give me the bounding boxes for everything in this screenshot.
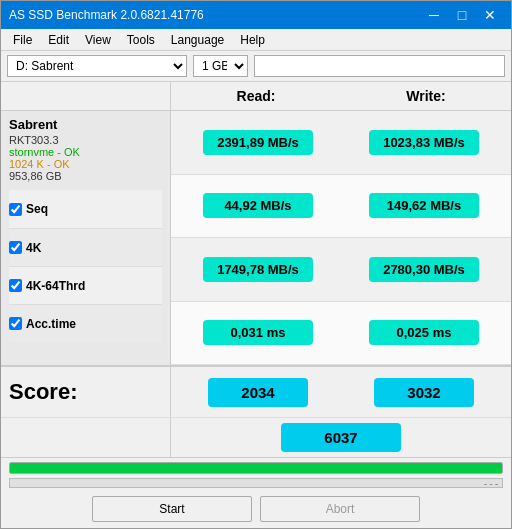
acctime-write: 0,025 ms	[369, 320, 479, 345]
menu-help[interactable]: Help	[232, 31, 273, 49]
left-spacer	[1, 82, 171, 110]
result-row-4k64thrd: 1749,78 MB/s 2780,30 MB/s	[171, 238, 511, 302]
total-score-container: 6037	[171, 418, 511, 457]
read-header: Read:	[171, 82, 341, 110]
window-title: AS SSD Benchmark 2.0.6821.41776	[9, 8, 421, 22]
test-4k64thrd-checkbox[interactable]	[9, 279, 22, 292]
test-4k-checkbox[interactable]	[9, 241, 22, 254]
menu-view[interactable]: View	[77, 31, 119, 49]
size-select[interactable]: 256 MB 1 GB 2 GB 4 GB	[193, 55, 248, 77]
drive-name: Sabrent	[9, 117, 162, 132]
test-seq-checkbox[interactable]	[9, 203, 22, 216]
menu-tools[interactable]: Tools	[119, 31, 163, 49]
drive-select[interactable]: D: Sabrent	[7, 55, 187, 77]
menu-bar: File Edit View Tools Language Help	[1, 29, 511, 51]
write-header: Write:	[341, 82, 511, 110]
menu-file[interactable]: File	[5, 31, 40, 49]
left-panel: Sabrent RKT303.3 stornvme - OK 1024 K - …	[1, 111, 171, 365]
menu-edit[interactable]: Edit	[40, 31, 77, 49]
score-write: 3032	[374, 378, 474, 407]
score-section: Score: 2034 3032	[1, 365, 511, 417]
secondary-progress-track: - - -	[9, 478, 503, 488]
bottom-section: - - - Start Abort	[1, 457, 511, 528]
score-total: 6037	[281, 423, 401, 452]
4k-read: 44,92 MB/s	[203, 193, 313, 218]
test-seq-label[interactable]: Seq	[9, 202, 48, 216]
seq-write: 1023,83 MB/s	[369, 130, 479, 155]
4k64thrd-write: 2780,30 MB/s	[369, 257, 479, 282]
main-progress-bar	[9, 462, 503, 474]
extra-input[interactable]	[254, 55, 505, 77]
main-progress-fill	[10, 463, 502, 473]
results-panel: 2391,89 MB/s 1023,83 MB/s 44,92 MB/s 149…	[171, 111, 511, 365]
close-button[interactable]: ✕	[477, 5, 503, 25]
secondary-progress-area: - - -	[1, 476, 511, 490]
result-row-4k: 44,92 MB/s 149,62 MB/s	[171, 175, 511, 239]
test-acctime-checkbox[interactable]	[9, 317, 22, 330]
title-bar: AS SSD Benchmark 2.0.6821.41776 ─ □ ✕	[1, 1, 511, 29]
drive-model: RKT303.3	[9, 134, 162, 146]
minimize-button[interactable]: ─	[421, 5, 447, 25]
result-row-acctime: 0,031 ms 0,025 ms	[171, 302, 511, 366]
maximize-button[interactable]: □	[449, 5, 475, 25]
test-acctime-label[interactable]: Acc.time	[9, 317, 76, 331]
test-4k64thrd-label[interactable]: 4K-64Thrd	[9, 279, 85, 293]
score-values: 2034 3032	[171, 367, 511, 417]
title-bar-controls: ─ □ ✕	[421, 5, 503, 25]
driver-status-yellow: 1024 K - OK	[9, 158, 162, 170]
total-score-section: 6037	[1, 417, 511, 457]
buttons-row: Start Abort	[1, 490, 511, 528]
4k-write: 149,62 MB/s	[369, 193, 479, 218]
drive-size: 953,86 GB	[9, 170, 162, 182]
score-label: Score:	[1, 367, 171, 417]
total-score-spacer	[1, 418, 171, 457]
start-button[interactable]: Start	[92, 496, 252, 522]
menu-language[interactable]: Language	[163, 31, 232, 49]
progress-area	[1, 458, 511, 476]
driver-status-green: stornvme - OK	[9, 146, 162, 158]
acctime-read: 0,031 ms	[203, 320, 313, 345]
toolbar: D: Sabrent 256 MB 1 GB 2 GB 4 GB	[1, 51, 511, 82]
score-read: 2034	[208, 378, 308, 407]
column-headers: Read: Write:	[171, 82, 511, 110]
progress-dots: - - -	[484, 479, 498, 489]
4k64thrd-read: 1749,78 MB/s	[203, 257, 313, 282]
result-row-seq: 2391,89 MB/s 1023,83 MB/s	[171, 111, 511, 175]
app-window: AS SSD Benchmark 2.0.6821.41776 ─ □ ✕ Fi…	[0, 0, 512, 529]
abort-button[interactable]: Abort	[260, 496, 420, 522]
test-checkboxes: Seq 4K 4K-64Thrd	[9, 190, 162, 342]
test-4k-label[interactable]: 4K	[9, 241, 41, 255]
seq-read: 2391,89 MB/s	[203, 130, 313, 155]
